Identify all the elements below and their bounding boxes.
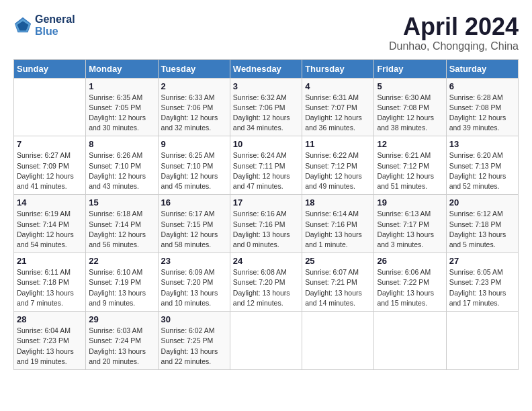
calendar-cell: 29Sunrise: 6:03 AM Sunset: 7:24 PM Dayli… — [86, 312, 158, 370]
day-number: 25 — [305, 256, 371, 266]
calendar-cell: 16Sunrise: 6:17 AM Sunset: 7:15 PM Dayli… — [158, 195, 230, 253]
calendar-cell: 24Sunrise: 6:08 AM Sunset: 7:20 PM Dayli… — [230, 253, 302, 312]
calendar-cell: 10Sunrise: 6:24 AM Sunset: 7:11 PM Dayli… — [230, 136, 302, 195]
cell-info: Sunrise: 6:30 AM Sunset: 7:08 PM Dayligh… — [377, 93, 443, 134]
calendar-cell: 3Sunrise: 6:32 AM Sunset: 7:06 PM Daylig… — [230, 78, 302, 136]
day-number: 11 — [305, 139, 371, 149]
calendar-cell: 26Sunrise: 6:06 AM Sunset: 7:22 PM Dayli… — [374, 253, 446, 312]
day-number: 13 — [449, 139, 515, 149]
cell-info: Sunrise: 6:16 AM Sunset: 7:16 PM Dayligh… — [233, 209, 299, 250]
day-number: 6 — [449, 81, 515, 91]
logo-icon — [13, 16, 32, 35]
day-number: 16 — [161, 197, 227, 208]
cell-info: Sunrise: 6:19 AM Sunset: 7:14 PM Dayligh… — [17, 209, 83, 250]
cell-info: Sunrise: 6:14 AM Sunset: 7:16 PM Dayligh… — [305, 209, 371, 250]
calendar-cell: 8Sunrise: 6:26 AM Sunset: 7:10 PM Daylig… — [86, 136, 158, 195]
calendar-cell: 2Sunrise: 6:33 AM Sunset: 7:06 PM Daylig… — [158, 78, 230, 136]
calendar-cell: 7Sunrise: 6:27 AM Sunset: 7:09 PM Daylig… — [14, 136, 86, 195]
title-block: April 2024 Dunhao, Chongqing, China — [389, 13, 519, 52]
day-number: 18 — [305, 197, 371, 208]
cell-info: Sunrise: 6:07 AM Sunset: 7:21 PM Dayligh… — [305, 267, 371, 308]
calendar-week-row: 14Sunrise: 6:19 AM Sunset: 7:14 PM Dayli… — [14, 195, 519, 253]
day-number: 28 — [17, 314, 83, 324]
cell-info: Sunrise: 6:13 AM Sunset: 7:17 PM Dayligh… — [377, 209, 443, 250]
header-thursday: Thursday — [302, 59, 374, 78]
calendar-cell: 20Sunrise: 6:12 AM Sunset: 7:18 PM Dayli… — [446, 195, 518, 253]
cell-info: Sunrise: 6:22 AM Sunset: 7:12 PM Dayligh… — [305, 150, 371, 191]
calendar-week-row: 7Sunrise: 6:27 AM Sunset: 7:09 PM Daylig… — [14, 136, 519, 195]
cell-info: Sunrise: 6:31 AM Sunset: 7:07 PM Dayligh… — [305, 93, 371, 134]
logo-text: General Blue — [35, 13, 75, 38]
calendar-cell: 27Sunrise: 6:05 AM Sunset: 7:23 PM Dayli… — [446, 253, 518, 312]
calendar-cell: 11Sunrise: 6:22 AM Sunset: 7:12 PM Dayli… — [302, 136, 374, 195]
calendar-cell — [374, 312, 446, 370]
day-number: 27 — [449, 256, 515, 266]
cell-info: Sunrise: 6:10 AM Sunset: 7:19 PM Dayligh… — [89, 267, 154, 308]
cell-info: Sunrise: 6:06 AM Sunset: 7:22 PM Dayligh… — [377, 267, 443, 308]
day-number: 1 — [89, 81, 154, 91]
calendar-cell: 18Sunrise: 6:14 AM Sunset: 7:16 PM Dayli… — [302, 195, 374, 253]
header-sunday: Sunday — [14, 59, 86, 78]
cell-info: Sunrise: 6:28 AM Sunset: 7:08 PM Dayligh… — [449, 93, 515, 134]
calendar-cell — [14, 78, 86, 136]
calendar-cell: 25Sunrise: 6:07 AM Sunset: 7:21 PM Dayli… — [302, 253, 374, 312]
day-number: 3 — [233, 81, 299, 91]
cell-info: Sunrise: 6:35 AM Sunset: 7:05 PM Dayligh… — [89, 93, 154, 134]
calendar-cell: 15Sunrise: 6:18 AM Sunset: 7:14 PM Dayli… — [86, 195, 158, 253]
month-title: April 2024 — [389, 13, 519, 40]
calendar-cell: 19Sunrise: 6:13 AM Sunset: 7:17 PM Dayli… — [374, 195, 446, 253]
calendar-cell — [302, 312, 374, 370]
day-number: 20 — [449, 197, 515, 208]
calendar-cell: 13Sunrise: 6:20 AM Sunset: 7:13 PM Dayli… — [446, 136, 518, 195]
day-number: 23 — [161, 256, 227, 266]
day-number: 19 — [377, 197, 443, 208]
day-number: 21 — [17, 256, 83, 266]
cell-info: Sunrise: 6:17 AM Sunset: 7:15 PM Dayligh… — [161, 209, 227, 250]
header-tuesday: Tuesday — [158, 59, 230, 78]
logo: General Blue — [13, 13, 75, 38]
cell-info: Sunrise: 6:05 AM Sunset: 7:23 PM Dayligh… — [449, 267, 515, 308]
day-number: 9 — [161, 139, 227, 149]
calendar-cell: 22Sunrise: 6:10 AM Sunset: 7:19 PM Dayli… — [86, 253, 158, 312]
calendar-cell: 28Sunrise: 6:04 AM Sunset: 7:23 PM Dayli… — [14, 312, 86, 370]
calendar-cell: 1Sunrise: 6:35 AM Sunset: 7:05 PM Daylig… — [86, 78, 158, 136]
calendar-cell: 6Sunrise: 6:28 AM Sunset: 7:08 PM Daylig… — [446, 78, 518, 136]
day-number: 29 — [89, 314, 154, 324]
day-number: 4 — [305, 81, 371, 91]
calendar-cell: 4Sunrise: 6:31 AM Sunset: 7:07 PM Daylig… — [302, 78, 374, 136]
day-number: 30 — [161, 314, 227, 324]
cell-info: Sunrise: 6:03 AM Sunset: 7:24 PM Dayligh… — [89, 326, 154, 367]
day-number: 14 — [17, 197, 83, 208]
cell-info: Sunrise: 6:02 AM Sunset: 7:25 PM Dayligh… — [161, 326, 227, 367]
calendar-cell: 30Sunrise: 6:02 AM Sunset: 7:25 PM Dayli… — [158, 312, 230, 370]
day-number: 26 — [377, 256, 443, 266]
cell-info: Sunrise: 6:26 AM Sunset: 7:10 PM Dayligh… — [89, 150, 154, 191]
cell-info: Sunrise: 6:33 AM Sunset: 7:06 PM Dayligh… — [161, 93, 227, 134]
header-saturday: Saturday — [446, 59, 518, 78]
calendar-header-row: SundayMondayTuesdayWednesdayThursdayFrid… — [14, 59, 519, 78]
cell-info: Sunrise: 6:20 AM Sunset: 7:13 PM Dayligh… — [449, 150, 515, 191]
calendar-week-row: 21Sunrise: 6:11 AM Sunset: 7:18 PM Dayli… — [14, 253, 519, 312]
day-number: 7 — [17, 139, 83, 149]
cell-info: Sunrise: 6:09 AM Sunset: 7:20 PM Dayligh… — [161, 267, 227, 308]
calendar-cell: 9Sunrise: 6:25 AM Sunset: 7:10 PM Daylig… — [158, 136, 230, 195]
calendar-week-row: 1Sunrise: 6:35 AM Sunset: 7:05 PM Daylig… — [14, 78, 519, 136]
cell-info: Sunrise: 6:21 AM Sunset: 7:12 PM Dayligh… — [377, 150, 443, 191]
calendar-table: SundayMondayTuesdayWednesdayThursdayFrid… — [13, 59, 519, 370]
day-number: 8 — [89, 139, 154, 149]
calendar-cell: 12Sunrise: 6:21 AM Sunset: 7:12 PM Dayli… — [374, 136, 446, 195]
day-number: 24 — [233, 256, 299, 266]
day-number: 15 — [89, 197, 154, 208]
header-wednesday: Wednesday — [230, 59, 302, 78]
header-monday: Monday — [86, 59, 158, 78]
day-number: 2 — [161, 81, 227, 91]
cell-info: Sunrise: 6:32 AM Sunset: 7:06 PM Dayligh… — [233, 93, 299, 134]
calendar-cell: 17Sunrise: 6:16 AM Sunset: 7:16 PM Dayli… — [230, 195, 302, 253]
day-number: 10 — [233, 139, 299, 149]
cell-info: Sunrise: 6:04 AM Sunset: 7:23 PM Dayligh… — [17, 326, 83, 367]
day-number: 5 — [377, 81, 443, 91]
location-title: Dunhao, Chongqing, China — [389, 40, 519, 52]
calendar-cell: 14Sunrise: 6:19 AM Sunset: 7:14 PM Dayli… — [14, 195, 86, 253]
calendar-cell: 5Sunrise: 6:30 AM Sunset: 7:08 PM Daylig… — [374, 78, 446, 136]
calendar-cell: 23Sunrise: 6:09 AM Sunset: 7:20 PM Dayli… — [158, 253, 230, 312]
